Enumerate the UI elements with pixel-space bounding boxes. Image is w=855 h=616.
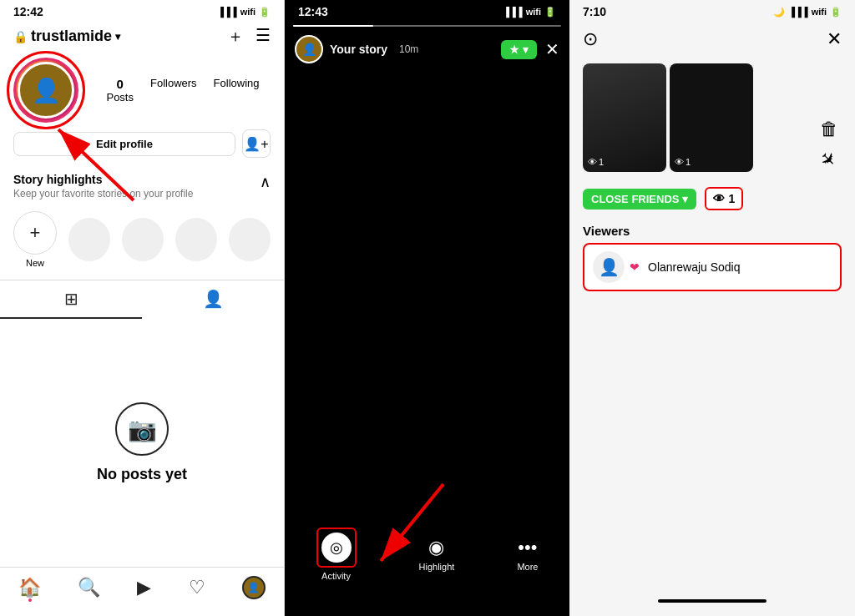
username: trustlamide [31,28,112,45]
nav-heart[interactable]: ♡ [189,577,205,598]
profile-info: 👤 0 Posts Followers [0,54,284,129]
story-header: 👤 Your story 10m ★ ▾ ✕ [285,32,569,67]
close-friends-button[interactable]: CLOSE FRIENDS ▾ [583,189,696,210]
viewer-item-1[interactable]: 👤 ❤ Olanrewaju Sodiq [583,243,842,291]
highlight-item[interactable]: ◉ Highlight [419,537,455,572]
thumb-eye-1: 👁 1 [588,157,604,167]
camera-icon: 📷 [115,402,169,456]
story-username: Your story [330,43,387,56]
viewer-heart-icon: ❤ [630,260,640,274]
viewers-wifi-icon: wifi [812,7,827,17]
tabs-row: ⊞ 👤 [0,280,284,319]
more-item[interactable]: ••• More [517,537,538,572]
username-row[interactable]: 🔒 trustlamide ▾ [13,28,120,45]
tag-icon: 👤 [203,289,224,309]
avatar-wrapper[interactable]: 👤 [13,58,78,123]
highlights-collapse-icon[interactable]: ∧ [260,173,271,191]
close-friends-row: CLOSE FRIENDS ▾ 👁 1 [569,179,855,215]
viewer-avatar-1: 👤 [593,251,625,283]
viewers-moon-icon: 🌙 [773,7,785,18]
more-label: More [517,562,538,572]
story-progress-bar [293,25,561,27]
eye-icon-1: 👁 [588,157,597,167]
chevron-down-icon: ▾ [115,31,120,43]
viewers-signal-icon: ▐▐▐ [788,7,807,17]
story-battery-icon: 🔋 [544,7,556,18]
viewers-settings-icon[interactable]: ⊙ [583,28,598,50]
delete-button[interactable]: 🗑 [820,119,838,140]
edit-profile-button[interactable]: Edit profile [13,132,235,156]
nav-dot [28,598,32,602]
story-signal-icon: ▐▐▐ [503,7,522,17]
eye-count-2: 1 [686,157,691,167]
view-count: 1 [728,192,735,205]
signal-icon: ▐▐▐ [217,7,236,17]
viewers-battery-icon: 🔋 [830,7,842,18]
story-header-icons: ★ ▾ ✕ [501,39,559,59]
time-3: 7:10 [583,5,606,18]
status-bar-2: 12:43 ▐▐▐ wifi 🔋 [285,0,569,22]
no-posts-text: No posts yet [97,466,187,483]
close-friends-chevron: ▾ [682,193,688,205]
status-bar-1: 12:42 ▐▐▐ wifi 🔋 [0,0,284,22]
viewers-count-box: 👁 1 [705,187,743,210]
avatar-ring: 👤 [13,58,78,123]
bottom-nav: 🏠 🔍 ▶ ♡ 👤 [0,567,284,616]
stat-followers[interactable]: Followers [150,77,197,104]
highlight-placeholder-1 [68,218,110,261]
header-icons: ＋ ☰ [227,25,271,48]
close-button-viewers[interactable]: ✕ [827,28,842,50]
story-bottom: ◎ Activity ◉ Highlight ••• More [285,518,569,606]
grid-icon: ⊞ [64,289,78,309]
story-close-button[interactable]: ✕ [545,39,559,59]
story-status-icons: ▐▐▐ wifi 🔋 [503,7,556,18]
viewers-header: ⊙ ✕ [569,22,855,57]
stat-following[interactable]: Following [214,77,260,104]
activity-box: ◎ [316,528,357,568]
viewers-status-icons: 🌙 ▐▐▐ wifi 🔋 [773,7,842,18]
status-bar-3: 7:10 🌙 ▐▐▐ wifi 🔋 [569,0,855,22]
thumbnail-2[interactable]: 👁 1 [670,63,753,172]
story-time: 10m [399,43,418,55]
person-plus-icon: 👤+ [244,136,268,152]
more-icon: ••• [518,537,537,558]
add-person-button[interactable]: 👤+ [242,129,271,158]
highlights-subtitle: Keep your favorite stories on your profi… [13,188,193,199]
bottom-line-2 [373,606,482,609]
menu-icon[interactable]: ☰ [255,25,271,48]
thumb-inner-1 [583,63,666,172]
profile-buttons: Edit profile 👤+ [0,129,284,166]
tab-tagged[interactable]: 👤 [142,280,284,319]
story-boost-button[interactable]: ★ ▾ [501,40,537,59]
nav-home[interactable]: 🏠 [18,577,41,598]
story-content [285,67,569,518]
nav-avatar[interactable]: 👤 [242,576,266,599]
send-button[interactable]: ✈ [815,147,843,175]
profile-header: 🔒 trustlamide ▾ ＋ ☰ [0,22,284,54]
side-actions: 🗑 ✈ [820,63,842,172]
highlights-row: + New [0,203,284,276]
new-highlight[interactable]: + New [13,211,57,268]
posts-count: 0 [117,77,124,91]
battery-icon: 🔋 [259,7,271,18]
nav-search[interactable]: 🔍 [78,577,100,598]
home-indicator-2 [285,606,569,616]
avatar: 👤 [18,62,74,119]
stats-row: 0 Posts Followers Following [95,77,271,104]
highlight-placeholder-3 [175,218,217,261]
add-icon[interactable]: ＋ [227,25,244,48]
activity-circle-icon: ◎ [330,538,343,557]
eye-icon-count: 👁 [713,192,725,205]
stat-posts: 0 Posts [106,77,134,104]
new-label: New [26,258,44,268]
new-highlight-circle[interactable]: + [13,211,57,255]
followers-label: Followers [150,77,197,89]
highlights-section: Story highlights Keep your favorite stor… [0,166,284,203]
viewers-action-icons: ✕ [827,28,842,50]
story-thumbnails: 👁 1 👁 1 🗑 ✈ [569,57,855,179]
tab-grid[interactable]: ⊞ [0,280,142,319]
highlight-icon: ◉ [428,537,444,558]
activity-item[interactable]: ◎ Activity [316,528,357,581]
nav-reels[interactable]: ▶ [137,577,151,598]
thumbnail-1[interactable]: 👁 1 [583,63,666,172]
